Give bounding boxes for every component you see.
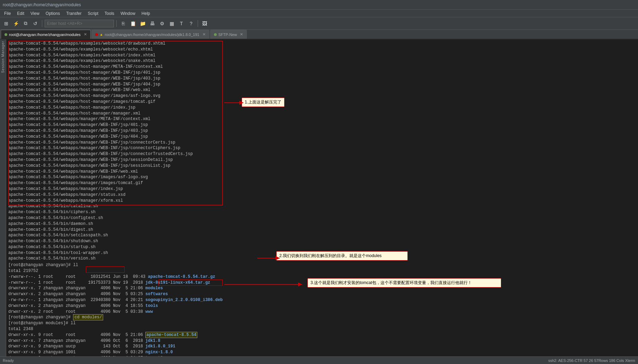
- ll-row-5: -rw-rw-r--. 1 zhangyan zhangyan 22940380…: [8, 297, 636, 303]
- line-4: apache-tomcat-8.5.54/webapps/examples/we…: [8, 58, 636, 64]
- line-1: apache-tomcat-8.5.54/webapps/examples/we…: [8, 41, 636, 47]
- ll-row-6: drwxrwxr-x. 2 zhangyan zhangyan 4096 Nov…: [8, 303, 636, 309]
- status-left: Ready: [3, 358, 14, 363]
- line-2: apache-tomcat-8.5.54/webapps/examples/we…: [8, 47, 636, 53]
- toolbar: ⊞ ⚡ ⧉ ↺ ⎘ 📋 📁 🖶 ⚙ ▦ T ? 🖼: [0, 17, 638, 30]
- line-11: apache-tomcat-8.5.54/webapps/host-manage…: [8, 99, 636, 105]
- title-path: root@zhangyan:/home/zhangyan/modules: [3, 2, 81, 7]
- terminal-lines-top: apache-tomcat-8.5.54/webapps/examples/we…: [8, 41, 636, 262]
- toolbar-paste[interactable]: 📋: [129, 19, 137, 28]
- ll-row-4: drwxrwxr-x. 2 zhangyan zhangyan 4096 Nov…: [8, 291, 636, 297]
- tab-3[interactable]: SFTP-New ✕: [210, 30, 247, 39]
- ll2-row-2: drwxr-xr-x. 7 zhangyan zhangyan 4096 Oct…: [8, 338, 636, 344]
- toolbar-session-manager[interactable]: ▦: [168, 19, 176, 28]
- title-bar: root@zhangyan:/home/zhangyan/modules: [0, 0, 638, 10]
- status-right: ssh2: AES-256-CTR 57 26 57Rows 186 Cols …: [548, 358, 635, 363]
- tab-status-icon-1: [5, 33, 7, 36]
- ll2-row-4: drwxr-xr-x. 9 zhangyan 1001 4096 Nov 5 0…: [8, 349, 636, 355]
- menu-help[interactable]: Help: [139, 10, 153, 17]
- main-layout: Session Manager apache-tomcat-8.5.54/web…: [0, 39, 638, 356]
- tab-close-2[interactable]: ✕: [203, 32, 206, 37]
- tab-2[interactable]: ▲ root@zhangyan:/home/zhangyan/modules/j…: [91, 30, 209, 39]
- terminal-ll-section: [root@zhangyan zhangyan]# ll total 21975…: [8, 262, 636, 315]
- toolbar-sftp[interactable]: 📁: [138, 19, 147, 28]
- apache-highlight: apache-tomcat-8.5.54: [145, 332, 197, 338]
- menu-view[interactable]: View: [28, 10, 42, 17]
- ll-row-7: drwxr-xr-x. 2 root root 4096 Nov 5 03:38…: [8, 309, 636, 315]
- tab-bar: root@zhangyan:/home/zhangyan/modules ✕ ▲…: [0, 30, 638, 39]
- prompt-cd: [root@zhangyan zhangyan]# cd modules/: [8, 315, 636, 320]
- session-label: Session Manager: [1, 41, 5, 73]
- toolbar-log[interactable]: T: [177, 19, 186, 28]
- menu-file[interactable]: File: [1, 10, 14, 17]
- line-3: apache-tomcat-8.5.54/webapps/examples/we…: [8, 53, 636, 58]
- line-22: apache-tomcat-8.5.54/webapps/manager/WEB…: [8, 163, 636, 169]
- toolbar-copy[interactable]: ⎘: [119, 19, 127, 28]
- annotation-3: 3.这个就是我们刚才安装的tomcat包，这个不需要配置环境变量，我们直接运行他…: [307, 278, 501, 288]
- tab-1[interactable]: root@zhangyan:/home/zhangyan/modules ✕: [1, 30, 91, 39]
- line-31: apache-tomcat-8.5.54/bin/configtest.sh: [8, 215, 636, 221]
- line-27: apache-tomcat-8.5.54/webapps/manager/sta…: [8, 192, 636, 198]
- line-28: apache-tomcat-8.5.54/webapps/manager/xfo…: [8, 198, 636, 204]
- line-20: apache-tomcat-8.5.54/webapps/manager/WEB…: [8, 151, 636, 157]
- ll2-row-3: drwxr-xr-x. 9 zhangyan uucp 143 Oct 6 20…: [8, 344, 636, 349]
- line-16: apache-tomcat-8.5.54/webapps/manager/WEB…: [8, 128, 636, 134]
- line-32: apache-tomcat-8.5.54/bin/daemon.sh: [8, 221, 636, 227]
- line-5: apache-tomcat-8.5.54/webapps/host-manage…: [8, 64, 636, 70]
- annotation-2: 2.我们切换到我们刚在解压到的目录。就是这个modules: [276, 251, 408, 261]
- line-8: apache-tomcat-8.5.54/webapps/host-manage…: [8, 82, 636, 88]
- line-33: apache-tomcat-8.5.54/bin/digest.sh: [8, 227, 636, 233]
- ll2-row-1: drwxr-xr-x. 9 root root 4096 Nov 5 21:06…: [8, 332, 636, 338]
- prompt-2: [root@zhangyan modules]# ll: [8, 320, 636, 326]
- line-12: apache-tomcat-8.5.54/webapps/host-manage…: [8, 105, 636, 111]
- toolbar-sep1: [42, 20, 42, 27]
- line-10: apache-tomcat-8.5.54/webapps/host-manage…: [8, 93, 636, 99]
- tab-label-3: SFTP-New: [218, 33, 237, 37]
- line-15: apache-tomcat-8.5.54/webapps/manager/WEB…: [8, 122, 636, 128]
- line-36: apache-tomcat-8.5.54/bin/startup.sh: [8, 244, 636, 250]
- menu-options[interactable]: Options: [43, 10, 63, 17]
- tab-label-2: root@zhangyan:/home/zhangyan/modules/jdk…: [105, 33, 199, 37]
- tab-label-1: root@zhangyan:/home/zhangyan/modules: [9, 33, 81, 37]
- cd-command: cd modules/: [73, 314, 103, 320]
- status-bar: Ready ssh2: AES-256-CTR 57 26 57Rows 186…: [0, 356, 638, 364]
- toolbar-help[interactable]: ?: [187, 19, 195, 28]
- line-13: apache-tomcat-8.5.54/webapps/host-manage…: [8, 111, 636, 117]
- line-7: apache-tomcat-8.5.54/webapps/host-manage…: [8, 76, 636, 82]
- line-34: apache-tomcat-8.5.54/bin/setclasspath.sh: [8, 233, 636, 238]
- line-17: apache-tomcat-8.5.54/webapps/manager/WEB…: [8, 134, 636, 140]
- toolbar-settings[interactable]: ⚙: [158, 19, 166, 28]
- menu-tools[interactable]: Tools: [102, 10, 117, 17]
- line-9: apache-tomcat-8.5.54/webapps/host-manage…: [8, 87, 636, 93]
- toolbar-reconnect[interactable]: ↺: [31, 19, 39, 28]
- menu-edit[interactable]: Edit: [14, 10, 27, 17]
- ll-total: total 219752: [8, 268, 636, 274]
- line-6: apache-tomcat-8.5.54/webapps/host-manage…: [8, 70, 636, 76]
- toolbar-sep3: [198, 20, 198, 27]
- toolbar-print[interactable]: 🖶: [148, 19, 156, 28]
- toolbar-disconnect[interactable]: ⧉: [21, 19, 30, 28]
- line-21: apache-tomcat-8.5.54/webapps/manager/WEB…: [8, 157, 636, 163]
- session-panel: Session Manager: [0, 39, 6, 356]
- tab-close-3[interactable]: ✕: [240, 32, 243, 37]
- tab-close-1[interactable]: ✕: [84, 32, 87, 37]
- line-35: apache-tomcat-8.5.54/bin/shutdown.sh: [8, 238, 636, 244]
- line-18: apache-tomcat-8.5.54/webapps/manager/WEB…: [8, 140, 636, 146]
- line-30: apache-tomcat-8.5.54/bin/ciphers.sh: [8, 209, 636, 215]
- prompt-1: [root@zhangyan zhangyan]# ll: [8, 262, 636, 268]
- line-29: apache-tomcat-8.5.54/bin/catalina.sh: [8, 203, 636, 209]
- menu-transfer[interactable]: Transfer: [63, 10, 84, 17]
- tab-warning-icon-2: ▲: [100, 33, 103, 36]
- ll2-total: total 2348: [8, 326, 636, 332]
- toolbar-connect[interactable]: ⚡: [12, 19, 20, 28]
- terminal[interactable]: apache-tomcat-8.5.54/webapps/examples/we…: [6, 39, 638, 356]
- host-input[interactable]: [45, 20, 114, 27]
- line-25: apache-tomcat-8.5.54/webapps/manager/ima…: [8, 180, 636, 186]
- tab-status-icon-3: [214, 33, 217, 36]
- menu-bar: File Edit View Options Transfer Script T…: [0, 10, 638, 17]
- toolbar-screenshot[interactable]: 🖼: [200, 19, 209, 28]
- toolbar-new-session[interactable]: ⊞: [2, 19, 10, 28]
- menu-window[interactable]: Window: [118, 10, 138, 17]
- menu-script[interactable]: Script: [85, 10, 101, 17]
- annotation-1: 1.上面这是解压完了: [242, 98, 285, 107]
